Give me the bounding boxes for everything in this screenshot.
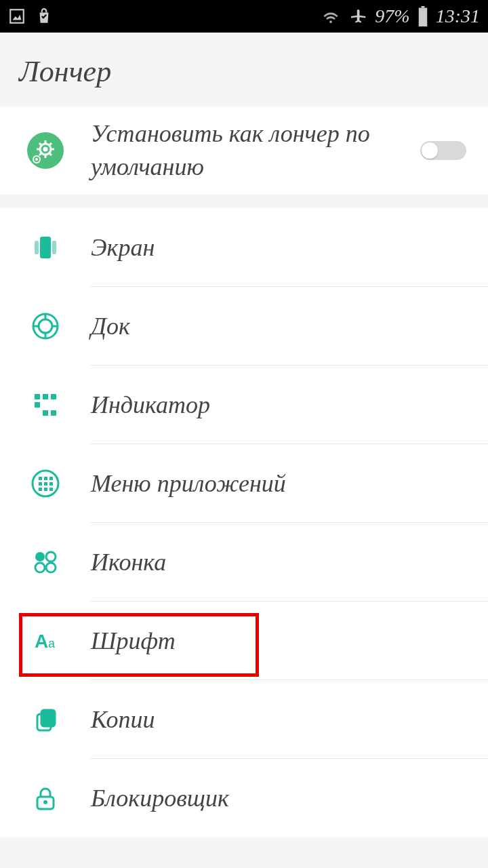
svg-rect-37 [49, 488, 53, 491]
svg-rect-26 [43, 410, 48, 416]
svg-rect-35 [39, 488, 42, 491]
battery-icon [417, 6, 429, 26]
icon-pack-icon [27, 544, 64, 580]
shopping-bag-icon [35, 7, 53, 25]
svg-point-48 [43, 800, 47, 804]
svg-rect-32 [39, 482, 42, 486]
screen-icon [27, 229, 64, 266]
app-menu-icon [27, 465, 64, 502]
svg-point-41 [46, 563, 56, 572]
svg-rect-0 [10, 9, 24, 23]
svg-point-6 [43, 147, 48, 152]
picture-icon [8, 7, 26, 25]
row-blocker-label: Блокировщик [91, 782, 474, 815]
settings-list: Экран Док Индикатор [0, 208, 488, 837]
airplane-icon [348, 6, 368, 26]
status-right: 97% 13:31 [321, 5, 480, 27]
svg-rect-27 [51, 410, 56, 416]
svg-rect-22 [35, 394, 40, 399]
svg-line-12 [49, 153, 52, 155]
svg-rect-2 [421, 6, 424, 8]
svg-text:a: a [48, 637, 56, 650]
status-bar: 97% 13:31 [0, 0, 488, 33]
svg-rect-23 [43, 394, 48, 399]
battery-percent: 97% [375, 5, 409, 27]
svg-line-14 [49, 143, 52, 145]
svg-rect-3 [418, 8, 427, 27]
svg-rect-24 [51, 394, 56, 399]
row-copies-label: Копии [91, 703, 474, 736]
row-blocker[interactable]: Блокировщик [0, 759, 488, 837]
row-screen[interactable]: Экран [0, 208, 488, 287]
copies-icon [27, 701, 64, 738]
svg-point-40 [35, 563, 45, 572]
svg-rect-17 [40, 237, 51, 258]
font-icon: A a [27, 623, 64, 659]
svg-line-11 [39, 143, 41, 145]
svg-rect-19 [52, 241, 56, 254]
set-default-launcher-label: Установить как лончер по умолчанию [91, 117, 420, 183]
row-font-label: Шрифт [91, 625, 474, 658]
svg-rect-25 [35, 402, 40, 408]
svg-rect-29 [39, 477, 42, 480]
status-left [8, 7, 53, 25]
svg-point-16 [35, 158, 38, 161]
svg-rect-31 [49, 477, 53, 480]
clock: 13:31 [436, 5, 480, 27]
svg-point-21 [39, 319, 52, 333]
svg-rect-30 [44, 477, 47, 480]
row-copies[interactable]: Копии [0, 680, 488, 759]
row-screen-label: Экран [91, 231, 474, 264]
svg-line-13 [39, 153, 41, 155]
svg-rect-36 [44, 488, 47, 491]
row-dock[interactable]: Док [0, 287, 488, 366]
svg-rect-34 [49, 482, 53, 486]
svg-rect-33 [44, 482, 47, 486]
settings-gear-icon [27, 132, 64, 169]
set-default-launcher-row[interactable]: Установить как лончер по умолчанию [0, 106, 488, 195]
row-app-menu-label: Меню приложений [91, 467, 474, 500]
row-indicator[interactable]: Индикатор [0, 366, 488, 444]
row-icon-label: Иконка [91, 546, 474, 579]
row-icon-pack[interactable]: Иконка [0, 523, 488, 601]
default-launcher-section: Установить как лончер по умолчанию [0, 106, 488, 195]
row-indicator-label: Индикатор [91, 389, 474, 422]
dock-icon [27, 308, 64, 344]
row-app-menu[interactable]: Меню приложений [0, 444, 488, 523]
default-launcher-toggle[interactable] [420, 141, 466, 160]
row-font[interactable]: A a Шрифт [0, 601, 488, 680]
indicator-icon [27, 387, 64, 423]
svg-rect-45 [41, 710, 55, 726]
svg-point-39 [46, 552, 56, 561]
svg-marker-1 [13, 15, 22, 20]
wifi-icon [321, 6, 341, 26]
row-dock-label: Док [91, 310, 474, 343]
page-title: Лончер [19, 54, 469, 89]
svg-rect-18 [35, 241, 39, 254]
svg-point-38 [35, 552, 45, 561]
lock-icon [27, 780, 64, 816]
page-header: Лончер [0, 33, 488, 106]
svg-text:A: A [35, 631, 48, 652]
